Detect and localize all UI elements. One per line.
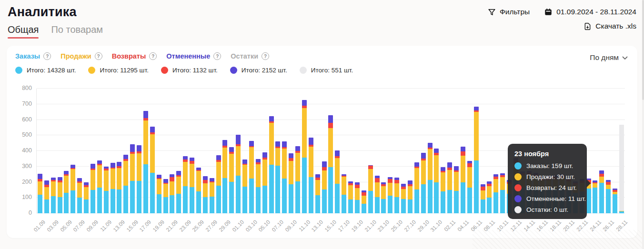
bar-day-87[interactable] <box>612 89 618 213</box>
bar-day-29[interactable] <box>228 89 235 213</box>
bar-day-7[interactable] <box>83 89 90 213</box>
bar-day-54[interactable] <box>393 89 400 213</box>
bar-day-60[interactable] <box>433 89 440 213</box>
bar-day-52[interactable] <box>381 89 387 213</box>
bar-day-86[interactable] <box>605 89 612 213</box>
bar-day-16[interactable] <box>142 89 149 213</box>
bar-day-6[interactable] <box>76 89 83 213</box>
download-xls-button[interactable]: Скачать .xls <box>584 22 636 30</box>
bar-day-70[interactable] <box>499 89 506 213</box>
bar-day-62[interactable] <box>446 89 453 213</box>
bar-day-33[interactable] <box>255 89 262 213</box>
bar-segment <box>368 191 373 213</box>
granularity-dropdown[interactable]: По дням <box>590 53 628 62</box>
bar-day-17[interactable] <box>149 89 156 213</box>
bar-day-31[interactable] <box>242 89 248 213</box>
legend-item-0[interactable]: Заказы? <box>15 52 51 60</box>
question-circle-icon[interactable]: ? <box>262 52 269 60</box>
bar-day-85[interactable] <box>598 89 605 213</box>
bar-day-24[interactable] <box>195 89 202 213</box>
bar-day-30[interactable] <box>235 89 242 213</box>
bar-day-15[interactable] <box>136 89 142 213</box>
bar-day-3[interactable] <box>57 89 63 213</box>
filters-button[interactable]: Фильтры <box>488 8 530 16</box>
bar-day-27[interactable] <box>215 89 222 213</box>
bar-segment <box>104 191 109 213</box>
bar-day-49[interactable] <box>361 89 367 213</box>
bar-day-9[interactable] <box>96 89 103 213</box>
bar-day-20[interactable] <box>169 89 176 213</box>
bar-day-46[interactable] <box>341 89 347 213</box>
bar-segment <box>500 190 505 213</box>
bar-day-32[interactable] <box>248 89 255 213</box>
bar-day-63[interactable] <box>453 89 460 213</box>
bar-day-58[interactable] <box>420 89 427 213</box>
bar-day-38[interactable] <box>288 89 294 213</box>
bar-day-67[interactable] <box>480 89 486 213</box>
date-range-picker[interactable]: 01.09.2024 - 28.11.2024 <box>544 8 636 16</box>
question-circle-icon[interactable]: ? <box>43 52 51 60</box>
bar-day-0[interactable] <box>37 89 43 213</box>
bar-day-4[interactable] <box>63 89 70 213</box>
legend-item-1[interactable]: Продажи? <box>60 52 102 60</box>
bar-day-43[interactable] <box>321 89 328 213</box>
bar-day-51[interactable] <box>374 89 381 213</box>
bar-day-8[interactable] <box>90 89 96 213</box>
bar-day-50[interactable] <box>367 89 374 213</box>
question-circle-icon[interactable]: ? <box>213 52 221 60</box>
bar-day-41[interactable] <box>308 89 314 213</box>
bar-day-57[interactable] <box>413 89 420 213</box>
legend-item-2[interactable]: Возвраты? <box>112 52 157 60</box>
bar-day-69[interactable] <box>493 89 499 213</box>
bar-day-45[interactable] <box>334 89 341 213</box>
bar-day-66[interactable] <box>473 89 480 213</box>
scrollbar-thumb[interactable] <box>642 0 644 100</box>
bar-segment <box>123 186 128 213</box>
bar-day-26[interactable] <box>209 89 215 213</box>
question-circle-icon[interactable]: ? <box>149 52 157 60</box>
bar-day-47[interactable] <box>347 89 354 213</box>
legend-item-3[interactable]: Отмененные? <box>166 52 221 60</box>
legend-item-4[interactable]: Остатки? <box>231 52 269 60</box>
bar-day-25[interactable] <box>202 89 209 213</box>
bar-day-61[interactable] <box>440 89 446 213</box>
bar-day-12[interactable] <box>116 89 123 213</box>
bar-segment <box>196 171 201 191</box>
bar-day-18[interactable] <box>156 89 162 213</box>
bar-day-5[interactable] <box>70 89 76 213</box>
bar-day-11[interactable] <box>110 89 116 213</box>
bar-day-59[interactable] <box>427 89 433 213</box>
bar-day-34[interactable] <box>262 89 268 213</box>
bar-day-44[interactable] <box>328 89 334 213</box>
bar-day-55[interactable] <box>400 89 407 213</box>
tab-by-products[interactable]: По товарам <box>51 24 103 39</box>
bar-day-21[interactable] <box>175 89 182 213</box>
page-scrollbar[interactable] <box>642 0 644 249</box>
bar-day-84[interactable] <box>592 89 599 213</box>
bar-day-19[interactable] <box>162 89 169 213</box>
bar-day-40[interactable] <box>301 89 308 213</box>
bar-day-88[interactable] <box>618 89 625 213</box>
bar-day-42[interactable] <box>314 89 321 213</box>
bar-day-2[interactable] <box>50 89 57 213</box>
bar-day-37[interactable] <box>281 89 288 213</box>
bar-day-64[interactable] <box>460 89 466 213</box>
bar-day-68[interactable] <box>486 89 493 213</box>
bar-day-65[interactable] <box>466 89 473 213</box>
question-circle-icon[interactable]: ? <box>95 52 102 60</box>
bar-day-10[interactable] <box>103 89 110 213</box>
bar-day-13[interactable] <box>122 89 129 213</box>
tab-general[interactable]: Общая <box>8 24 39 39</box>
total-item-1: Итого: 11295 шт. <box>88 67 148 74</box>
bar-day-1[interactable] <box>43 89 50 213</box>
bar-day-48[interactable] <box>354 89 361 213</box>
bar-day-56[interactable] <box>407 89 413 213</box>
bar-day-22[interactable] <box>182 89 189 213</box>
bar-day-39[interactable] <box>294 89 301 213</box>
bar-day-35[interactable] <box>268 89 275 213</box>
bar-day-28[interactable] <box>222 89 229 213</box>
bar-day-14[interactable] <box>129 89 136 213</box>
bar-day-53[interactable] <box>387 89 393 213</box>
bar-day-36[interactable] <box>275 89 282 213</box>
bar-day-23[interactable] <box>189 89 195 213</box>
